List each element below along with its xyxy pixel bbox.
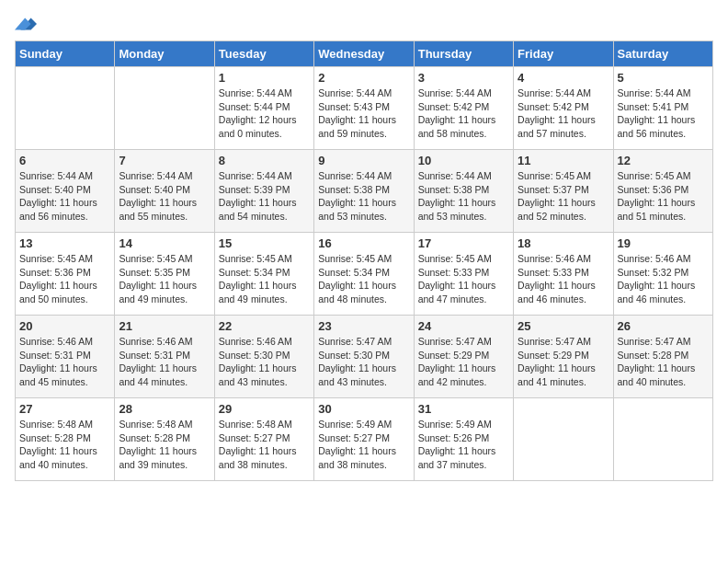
calendar-cell: 28Sunrise: 5:48 AM Sunset: 5:28 PM Dayli… (115, 398, 214, 481)
calendar-cell: 6Sunrise: 5:44 AM Sunset: 5:40 PM Daylig… (16, 150, 115, 233)
day-info: Sunrise: 5:45 AM Sunset: 5:34 PM Dayligh… (219, 252, 310, 306)
day-number: 18 (518, 236, 609, 250)
col-header-thursday: Thursday (414, 41, 513, 67)
calendar-cell: 10Sunrise: 5:44 AM Sunset: 5:38 PM Dayli… (414, 150, 513, 233)
calendar-cell: 22Sunrise: 5:46 AM Sunset: 5:30 PM Dayli… (214, 316, 313, 398)
day-number: 28 (119, 402, 210, 416)
day-info: Sunrise: 5:45 AM Sunset: 5:36 PM Dayligh… (19, 252, 110, 306)
day-number: 2 (318, 71, 409, 85)
week-row-1: 1Sunrise: 5:44 AM Sunset: 5:44 PM Daylig… (16, 67, 713, 150)
day-info: Sunrise: 5:46 AM Sunset: 5:31 PM Dayligh… (19, 335, 110, 389)
day-number: 13 (19, 236, 110, 250)
calendar-cell: 7Sunrise: 5:44 AM Sunset: 5:40 PM Daylig… (115, 150, 214, 233)
day-info: Sunrise: 5:49 AM Sunset: 5:26 PM Dayligh… (418, 418, 509, 472)
day-number: 9 (318, 154, 409, 167)
day-info: Sunrise: 5:46 AM Sunset: 5:31 PM Dayligh… (119, 335, 210, 389)
day-info: Sunrise: 5:44 AM Sunset: 5:42 PM Dayligh… (418, 86, 509, 141)
col-header-sunday: Sunday (16, 41, 115, 67)
day-info: Sunrise: 5:45 AM Sunset: 5:33 PM Dayligh… (418, 252, 509, 306)
day-number: 15 (219, 236, 310, 250)
calendar-cell: 17Sunrise: 5:45 AM Sunset: 5:33 PM Dayli… (414, 233, 513, 316)
calendar-cell: 11Sunrise: 5:45 AM Sunset: 5:37 PM Dayli… (514, 150, 613, 233)
day-info: Sunrise: 5:44 AM Sunset: 5:43 PM Dayligh… (318, 86, 409, 141)
day-info: Sunrise: 5:46 AM Sunset: 5:32 PM Dayligh… (618, 252, 709, 306)
calendar-table: SundayMondayTuesdayWednesdayThursdayFrid… (15, 40, 713, 481)
calendar-cell: 15Sunrise: 5:45 AM Sunset: 5:34 PM Dayli… (214, 233, 313, 316)
day-info: Sunrise: 5:45 AM Sunset: 5:34 PM Dayligh… (318, 252, 409, 306)
day-number: 11 (518, 154, 609, 167)
day-number: 6 (19, 154, 110, 167)
day-info: Sunrise: 5:47 AM Sunset: 5:29 PM Dayligh… (418, 335, 509, 389)
calendar-cell (115, 67, 214, 150)
day-info: Sunrise: 5:45 AM Sunset: 5:35 PM Dayligh… (119, 252, 210, 306)
day-info: Sunrise: 5:48 AM Sunset: 5:27 PM Dayligh… (219, 418, 310, 472)
day-number: 10 (418, 154, 509, 167)
calendar-cell: 29Sunrise: 5:48 AM Sunset: 5:27 PM Dayli… (214, 398, 313, 481)
calendar-cell: 23Sunrise: 5:47 AM Sunset: 5:30 PM Dayli… (314, 316, 414, 398)
day-info: Sunrise: 5:44 AM Sunset: 5:41 PM Dayligh… (618, 86, 709, 141)
week-row-4: 20Sunrise: 5:46 AM Sunset: 5:31 PM Dayli… (16, 316, 713, 398)
day-info: Sunrise: 5:44 AM Sunset: 5:38 PM Dayligh… (318, 169, 409, 224)
calendar-cell: 26Sunrise: 5:47 AM Sunset: 5:28 PM Dayli… (613, 316, 712, 398)
calendar-cell: 27Sunrise: 5:48 AM Sunset: 5:28 PM Dayli… (16, 398, 115, 481)
day-info: Sunrise: 5:44 AM Sunset: 5:40 PM Dayligh… (19, 169, 110, 224)
col-header-wednesday: Wednesday (314, 41, 414, 67)
logo-icon (15, 15, 37, 33)
calendar-cell: 5Sunrise: 5:44 AM Sunset: 5:41 PM Daylig… (613, 67, 712, 150)
calendar-cell: 30Sunrise: 5:49 AM Sunset: 5:27 PM Dayli… (314, 398, 414, 481)
day-info: Sunrise: 5:45 AM Sunset: 5:36 PM Dayligh… (618, 169, 709, 224)
day-number: 20 (19, 319, 110, 333)
calendar-cell: 1Sunrise: 5:44 AM Sunset: 5:44 PM Daylig… (214, 67, 313, 150)
day-number: 21 (119, 319, 210, 333)
calendar-cell: 18Sunrise: 5:46 AM Sunset: 5:33 PM Dayli… (514, 233, 613, 316)
day-number: 16 (318, 236, 409, 250)
day-number: 23 (318, 319, 409, 333)
calendar-cell (514, 398, 613, 481)
week-row-5: 27Sunrise: 5:48 AM Sunset: 5:28 PM Dayli… (16, 398, 713, 481)
calendar-cell: 3Sunrise: 5:44 AM Sunset: 5:42 PM Daylig… (414, 67, 513, 150)
calendar-cell: 25Sunrise: 5:47 AM Sunset: 5:29 PM Dayli… (514, 316, 613, 398)
day-number: 30 (318, 402, 409, 416)
day-number: 25 (518, 319, 609, 333)
calendar-cell: 16Sunrise: 5:45 AM Sunset: 5:34 PM Dayli… (314, 233, 414, 316)
day-number: 12 (618, 154, 709, 167)
calendar-cell: 13Sunrise: 5:45 AM Sunset: 5:36 PM Dayli… (16, 233, 115, 316)
day-number: 8 (219, 154, 310, 167)
day-number: 26 (618, 319, 709, 333)
col-header-saturday: Saturday (613, 41, 712, 67)
day-info: Sunrise: 5:49 AM Sunset: 5:27 PM Dayligh… (318, 418, 409, 472)
day-info: Sunrise: 5:47 AM Sunset: 5:28 PM Dayligh… (618, 335, 709, 389)
day-info: Sunrise: 5:48 AM Sunset: 5:28 PM Dayligh… (19, 418, 110, 472)
page-header (15, 15, 713, 33)
calendar-cell (16, 67, 115, 150)
calendar-cell: 8Sunrise: 5:44 AM Sunset: 5:39 PM Daylig… (214, 150, 313, 233)
day-number: 19 (618, 236, 709, 250)
day-info: Sunrise: 5:44 AM Sunset: 5:40 PM Dayligh… (119, 169, 210, 224)
day-number: 1 (219, 71, 310, 85)
calendar-cell: 19Sunrise: 5:46 AM Sunset: 5:32 PM Dayli… (613, 233, 712, 316)
day-info: Sunrise: 5:47 AM Sunset: 5:30 PM Dayligh… (318, 335, 409, 389)
col-header-friday: Friday (514, 41, 613, 67)
day-number: 5 (618, 71, 709, 85)
calendar-cell: 12Sunrise: 5:45 AM Sunset: 5:36 PM Dayli… (613, 150, 712, 233)
week-row-2: 6Sunrise: 5:44 AM Sunset: 5:40 PM Daylig… (16, 150, 713, 233)
day-info: Sunrise: 5:44 AM Sunset: 5:42 PM Dayligh… (518, 86, 609, 141)
header-row: SundayMondayTuesdayWednesdayThursdayFrid… (16, 41, 713, 67)
calendar-cell: 24Sunrise: 5:47 AM Sunset: 5:29 PM Dayli… (414, 316, 513, 398)
day-number: 3 (418, 71, 509, 85)
day-number: 22 (219, 319, 310, 333)
day-number: 29 (219, 402, 310, 416)
day-number: 27 (19, 402, 110, 416)
calendar-cell: 4Sunrise: 5:44 AM Sunset: 5:42 PM Daylig… (514, 67, 613, 150)
logo (15, 15, 40, 33)
day-number: 14 (119, 236, 210, 250)
day-info: Sunrise: 5:44 AM Sunset: 5:39 PM Dayligh… (219, 169, 310, 224)
calendar-cell: 21Sunrise: 5:46 AM Sunset: 5:31 PM Dayli… (115, 316, 214, 398)
day-number: 24 (418, 319, 509, 333)
col-header-tuesday: Tuesday (214, 41, 313, 67)
week-row-3: 13Sunrise: 5:45 AM Sunset: 5:36 PM Dayli… (16, 233, 713, 316)
col-header-monday: Monday (115, 41, 214, 67)
day-info: Sunrise: 5:46 AM Sunset: 5:33 PM Dayligh… (518, 252, 609, 306)
day-info: Sunrise: 5:44 AM Sunset: 5:44 PM Dayligh… (219, 86, 310, 141)
day-number: 17 (418, 236, 509, 250)
